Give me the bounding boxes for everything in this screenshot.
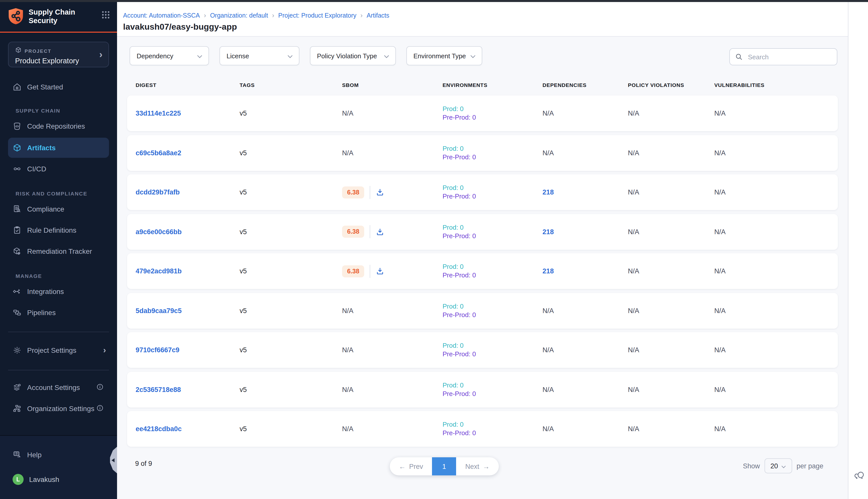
artifact-digest-link[interactable]: 9710cf6667c9 [136,346,179,354]
sidebar-item-label: Integrations [27,288,64,295]
env-preprod-count: Pre-Prod: 0 [443,271,476,279]
artifact-rows: 33d114e1c225v5N/AProd: 0Pre-Prod: 0N/AN/… [127,96,838,451]
right-rail [848,2,868,499]
tag-value: v5 [239,346,247,354]
env-preprod-count: Pre-Prod: 0 [443,113,476,122]
gear-icon [13,346,22,355]
sbom-download-button[interactable] [376,227,385,236]
page-size-control: Show 20 per page [743,457,823,474]
vulnerabilities-value: N/A [714,386,726,393]
sidebar-item-label: CI/CD [27,165,46,173]
sidebar-item-rule-definitions[interactable]: Rule Definitions [0,222,117,239]
artifact-digest-link[interactable]: a9c6e00c66bb [136,228,182,235]
remediation-cube-icon [13,247,22,256]
project-selector[interactable]: PROJECT Product Exploratory › [8,42,109,67]
sbom-score-badge: 6.38 [342,186,364,198]
sidebar-item-artifacts[interactable]: Artifacts [8,138,109,158]
policy-violations-value: N/A [628,386,639,393]
artifact-digest-link[interactable]: ee4218cdba0c [136,425,182,433]
column-header-tags: TAGS [231,82,334,88]
prev-page-button[interactable]: ← Prev [390,457,432,475]
env-preprod-count: Pre-Prod: 0 [443,232,476,240]
info-icon [96,404,104,414]
sidebar-item-label: Organization Settings [27,404,95,413]
user-menu[interactable]: L Lavakush [0,472,117,486]
artifact-digest-link[interactable]: 5dab9caa79c5 [136,307,182,314]
breadcrumb-project[interactable]: Project: Product Exploratory [278,12,356,19]
sbom-download-button[interactable] [376,267,385,276]
home-icon [13,82,22,92]
sidebar-item-compliance[interactable]: Compliance [0,200,117,218]
page-size-select[interactable]: 20 [765,458,792,473]
sidebar: Supply Chain Security PROJECT Product Ex… [0,0,117,499]
env-prod-count: Prod: 0 [443,381,464,389]
artifact-digest-link[interactable]: 2c5365718e88 [136,386,181,393]
vulnerabilities-value: N/A [714,110,726,117]
chevron-down-icon [197,52,202,60]
svg-text:?: ? [15,452,17,455]
column-header-dependencies: DEPENDENCIES [534,82,619,88]
sbom-value: N/A [342,386,354,393]
artifact-table-row: 5dab9caa79c5v5N/AProd: 0Pre-Prod: 0N/AN/… [127,293,838,328]
dependency-filter-select[interactable]: Dependency [129,46,209,65]
tag-value: v5 [239,307,247,314]
pipelines-icon [13,308,22,317]
artifact-digest-link[interactable]: 33d114e1c225 [136,110,181,117]
license-filter-select[interactable]: License [220,46,299,65]
artifact-digest-link[interactable]: dcdd29b7fafb [136,188,180,196]
sidebar-item-integrations[interactable]: Integrations [0,283,117,300]
dependencies-count-link[interactable]: 218 [543,188,554,196]
current-page-button[interactable]: 1 [432,457,456,475]
sidebar-item-label: Account Settings [27,384,80,391]
sidebar-item-code-repositories[interactable]: Code Repositories [0,118,117,135]
filter-label: Dependency [137,52,173,60]
clipboard-check-icon [13,226,22,235]
sidebar-item-label: Get Started [27,83,63,91]
infinity-icon [13,164,22,173]
search-input[interactable] [747,52,829,61]
artifact-table-row: 479e2acd981bv56.38Prod: 0Pre-Prod: 0218N… [127,253,838,289]
vulnerabilities-value: N/A [714,307,726,314]
environment-type-filter-select[interactable]: Environment Type [406,46,482,65]
policy-violations-value: N/A [628,346,639,354]
sidebar-item-organization-settings[interactable]: Organization Settings [0,400,117,417]
table-header-row: DIGEST TAGS SBOM ENVIRONMENTS DEPENDENCI… [127,82,838,88]
policy-violations-value: N/A [628,228,639,235]
sidebar-item-help[interactable]: ? Help [0,448,117,462]
next-page-button[interactable]: Next → [456,457,499,475]
window-top-strip [0,0,868,2]
section-header-supply-chain: SUPPLY CHAIN [0,108,117,113]
sidebar-item-pipelines[interactable]: Pipelines [0,304,117,321]
divider [8,370,109,370]
env-preprod-count: Pre-Prod: 0 [443,350,476,358]
sidebar-item-account-settings[interactable]: Account Settings [0,379,117,396]
dependencies-count-link[interactable]: 218 [543,267,554,275]
code-repository-icon [13,122,22,131]
sidebar-item-project-settings[interactable]: Project Settings › [0,342,117,359]
breadcrumb-artifacts[interactable]: Artifacts [367,12,389,19]
module-grid-icon[interactable] [101,11,110,21]
tag-value: v5 [239,386,247,393]
artifact-digest-link[interactable]: 479e2acd981b [136,267,182,275]
dependencies-value: N/A [543,149,554,157]
sbom-value: N/A [342,149,354,157]
breadcrumb-account[interactable]: Account: Automation-SSCA [123,12,200,19]
sidebar-item-get-started[interactable]: Get Started [0,78,117,96]
sidebar-item-cicd[interactable]: CI/CD [0,160,117,178]
sbom-value: N/A [342,307,354,314]
policy-violations-value: N/A [628,307,639,314]
chat-widget-icon[interactable] [854,470,865,483]
vulnerabilities-value: N/A [714,425,726,433]
sbom-download-button[interactable] [376,188,385,196]
sidebar-item-remediation-tracker[interactable]: Remediation Tracker [0,243,117,260]
main-content: Dependency License Policy Violation Type… [117,37,848,499]
supply-chain-security-logo-icon [8,8,24,27]
vulnerabilities-value: N/A [714,188,726,196]
dependencies-count-link[interactable]: 218 [543,228,554,235]
policy-violation-type-filter-select[interactable]: Policy Violation Type [310,46,396,65]
env-prod-count: Prod: 0 [443,421,464,429]
breadcrumb-organization[interactable]: Organization: default [210,12,268,19]
chevron-down-icon [781,462,786,470]
sidebar-item-label: Rule Definitions [27,226,76,234]
artifact-digest-link[interactable]: c69c5b6a8ae2 [136,149,181,157]
